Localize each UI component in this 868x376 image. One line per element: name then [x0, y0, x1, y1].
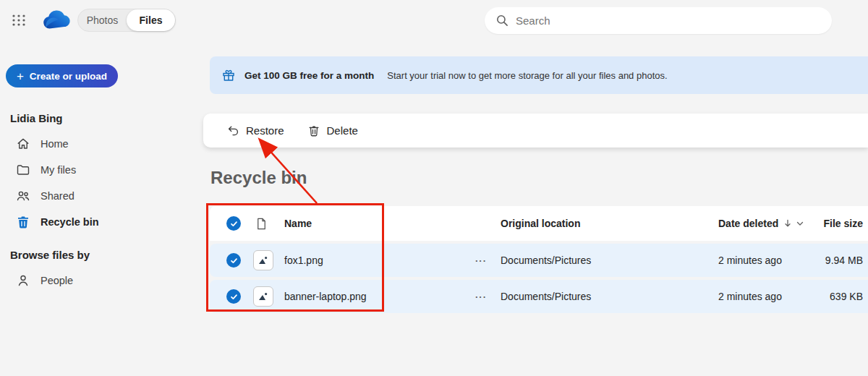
document-icon	[255, 217, 268, 231]
person-icon	[16, 273, 30, 288]
table-header-row: Name Original location Date deleted File…	[210, 206, 868, 241]
file-type-column-icon	[255, 206, 271, 241]
account-name: Lidia Bing	[10, 112, 63, 124]
restore-label: Restore	[246, 124, 284, 137]
sort-descending-arrow-icon	[783, 219, 792, 228]
sidebar-item-my-files[interactable]: My files	[6, 157, 172, 183]
storage-promo-banner[interactable]: Get 100 GB free for a month Start your t…	[210, 56, 868, 94]
promo-title: Get 100 GB free for a month	[244, 70, 374, 81]
file-date-deleted: 2 minutes ago	[718, 280, 782, 313]
more-options-button[interactable]: ···	[472, 244, 490, 277]
delete-label: Delete	[327, 124, 358, 137]
page-title: Recycle bin	[210, 168, 307, 188]
onedrive-logo-icon[interactable]	[41, 8, 71, 33]
checkbox-checked-icon	[226, 253, 241, 268]
file-thumbnail	[253, 280, 273, 313]
trash-filled-icon	[16, 215, 30, 229]
sidebar-item-label: Home	[41, 138, 69, 150]
image-icon	[258, 291, 269, 302]
file-original-location: Documents/Pictures	[501, 280, 591, 313]
more-options-button[interactable]: ···	[472, 280, 490, 313]
sidebar-item-label: Recycle bin	[41, 216, 99, 228]
table-row[interactable]: fox1.png ··· Documents/Pictures 2 minute…	[210, 244, 868, 277]
top-bar: Photos Files	[0, 0, 868, 40]
file-date-deleted: 2 minutes ago	[718, 244, 782, 277]
gift-icon	[221, 68, 236, 82]
promo-subtitle: Start your trial now to get more storage…	[387, 70, 667, 81]
sidebar-item-people[interactable]: People	[6, 268, 172, 294]
sidebar-item-label: People	[41, 275, 73, 286]
file-size: 9.94 MB	[825, 244, 863, 277]
column-header-date-deleted[interactable]: Date deleted	[718, 206, 804, 241]
file-name[interactable]: banner-laptop.png	[284, 280, 367, 313]
sidebar-item-home[interactable]: Home	[6, 131, 172, 157]
column-header-name[interactable]: Name	[284, 206, 312, 241]
create-or-upload-label: Create or upload	[30, 71, 107, 82]
column-header-file-size[interactable]: File size	[824, 206, 863, 241]
sidebar-item-recycle-bin[interactable]: Recycle bin	[6, 209, 172, 235]
sidebar-item-shared[interactable]: Shared	[6, 183, 172, 209]
toggle-files[interactable]: Files	[127, 9, 175, 31]
browse-files-by-header: Browse files by	[10, 249, 90, 261]
search-input[interactable]	[516, 14, 791, 27]
file-original-location: Documents/Pictures	[501, 244, 591, 277]
checkbox-checked-icon	[226, 289, 241, 304]
toggle-photos[interactable]: Photos	[78, 14, 127, 26]
home-icon	[16, 137, 30, 151]
file-thumbnail	[253, 244, 273, 277]
plus-icon: +	[17, 70, 24, 82]
search-bar[interactable]	[485, 7, 832, 34]
date-deleted-label: Date deleted	[718, 218, 778, 229]
select-all-checkbox[interactable]	[226, 206, 241, 241]
file-size: 639 KB	[830, 280, 863, 313]
sidebar-item-label: My files	[41, 164, 76, 176]
search-icon	[496, 14, 509, 27]
table-row[interactable]: banner-laptop.png ··· Documents/Pictures…	[210, 280, 868, 313]
checkbox-checked-icon	[226, 216, 241, 231]
row-checkbox[interactable]	[226, 244, 241, 277]
people-icon	[16, 189, 30, 203]
sidebar-item-label: Shared	[41, 190, 75, 202]
create-or-upload-button[interactable]: + Create or upload	[6, 64, 118, 87]
file-name[interactable]: fox1.png	[284, 244, 323, 277]
photos-files-toggle: Photos Files	[77, 9, 176, 32]
app-launcher-icon[interactable]	[12, 13, 26, 27]
restore-button[interactable]: Restore	[218, 120, 293, 142]
folder-icon	[16, 163, 30, 177]
image-icon	[258, 255, 269, 266]
chevron-down-icon[interactable]	[796, 219, 804, 228]
command-toolbar: Restore Delete	[203, 114, 868, 148]
column-header-original-location[interactable]: Original location	[501, 206, 580, 241]
restore-undo-icon	[226, 124, 239, 137]
row-checkbox[interactable]	[226, 280, 241, 313]
delete-button[interactable]: Delete	[299, 120, 367, 142]
trash-outline-icon	[307, 124, 320, 137]
